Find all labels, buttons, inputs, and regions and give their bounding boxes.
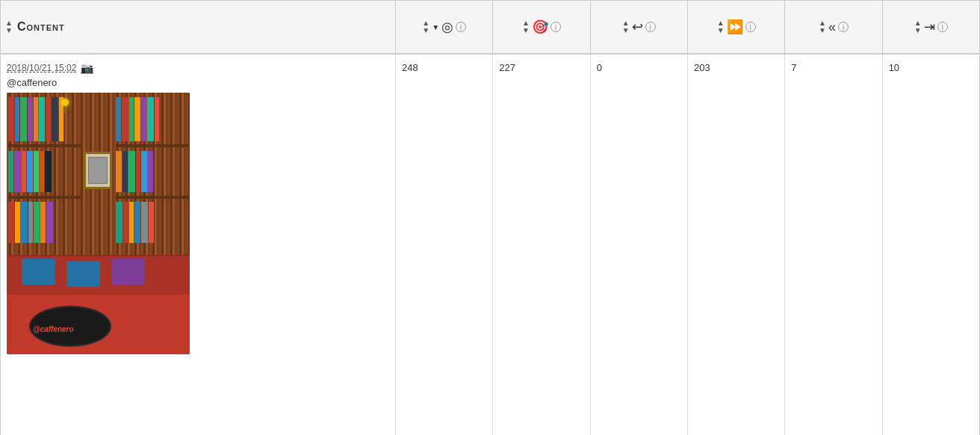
reach-value-cell: 227 bbox=[493, 55, 590, 435]
sofa-area: @caffenero bbox=[7, 255, 190, 354]
main-table: ▲ ▼ Content ▲ ▼ ▼ ◎ i bbox=[0, 0, 980, 435]
exits-icon: ⇥ bbox=[924, 19, 935, 35]
left-shelf bbox=[7, 94, 82, 246]
saves-info[interactable]: i bbox=[838, 22, 849, 32]
impressions-icon-group: ▼ ◎ i bbox=[432, 19, 466, 35]
content-sort-arrows[interactable]: ▲ ▼ bbox=[5, 19, 13, 34]
table-row: 2018/10/21 15:02 📷 @caffenero bbox=[1, 55, 979, 435]
impressions-value-cell: 248 bbox=[396, 55, 493, 435]
shares-icon: ↩ bbox=[632, 19, 643, 35]
books-display bbox=[7, 94, 190, 246]
shares-icon-group: ↩ i bbox=[632, 19, 656, 35]
post-timestamp: 2018/10/21 15:02 📷 bbox=[7, 62, 93, 74]
forwards-icon-group: ⏩ i bbox=[727, 19, 756, 35]
wall-section bbox=[82, 94, 114, 246]
reach-icon-group: 🎯 i bbox=[532, 19, 561, 35]
sort-down-arrow[interactable]: ▼ bbox=[5, 27, 13, 34]
shares-info[interactable]: i bbox=[645, 22, 656, 32]
reach-icon: 🎯 bbox=[532, 19, 548, 35]
forwards-value-cell: 203 bbox=[688, 55, 785, 435]
forwards-info[interactable]: i bbox=[745, 22, 756, 32]
camera-icon: 📷 bbox=[81, 62, 93, 74]
reach-value: 227 bbox=[499, 62, 515, 73]
content-column-header: ▲ ▼ Content bbox=[1, 1, 396, 53]
post-username: @caffenero bbox=[7, 77, 57, 88]
shares-sort[interactable]: ▲ ▼ bbox=[622, 19, 630, 34]
content-column-label: Content bbox=[17, 20, 65, 34]
content-cell: 2018/10/21 15:02 📷 @caffenero bbox=[1, 55, 396, 435]
frame bbox=[84, 152, 112, 189]
saves-icon-group: « i bbox=[828, 19, 849, 35]
cushion-1 bbox=[22, 259, 55, 285]
impressions-info[interactable]: i bbox=[456, 22, 466, 32]
reach-info[interactable]: i bbox=[551, 22, 561, 32]
light-fixture bbox=[59, 99, 71, 114]
forwards-column-header: ▲ ▼ ⏩ i bbox=[688, 1, 785, 53]
reach-sort[interactable]: ▲ ▼ bbox=[522, 19, 530, 34]
image-watermark: @caffenero bbox=[33, 325, 74, 333]
cushion-2 bbox=[66, 261, 100, 287]
exits-value-cell: 10 bbox=[883, 55, 979, 435]
forwards-icon: ⏩ bbox=[727, 19, 743, 35]
eye-icon: ◎ bbox=[441, 19, 453, 35]
header-row: ▲ ▼ Content ▲ ▼ ▼ ◎ i bbox=[1, 1, 979, 55]
saves-value-cell: 7 bbox=[785, 55, 882, 435]
exits-icon-group: ⇥ i bbox=[924, 19, 948, 35]
shares-column-header: ▲ ▼ ↩ i bbox=[591, 1, 688, 53]
forwards-value: 203 bbox=[694, 62, 710, 73]
cushion-3 bbox=[111, 259, 145, 285]
saves-sort[interactable]: ▲ ▼ bbox=[819, 19, 826, 34]
exits-sort[interactable]: ▲ ▼ bbox=[914, 19, 922, 34]
post-image-inner: @caffenero bbox=[7, 93, 190, 354]
shares-value: 0 bbox=[597, 62, 602, 73]
reach-column-header: ▲ ▼ 🎯 i bbox=[493, 1, 590, 53]
saves-column-header: ▲ ▼ « i bbox=[785, 1, 882, 53]
saves-icon: « bbox=[828, 19, 836, 35]
post-image: @caffenero bbox=[7, 93, 190, 354]
impressions-value: 248 bbox=[402, 62, 418, 73]
exits-info[interactable]: i bbox=[937, 22, 948, 32]
saves-value: 7 bbox=[791, 62, 796, 73]
right-shelf bbox=[114, 94, 190, 246]
impressions-sort[interactable]: ▲ ▼ bbox=[422, 19, 429, 34]
impressions-column-header: ▲ ▼ ▼ ◎ i bbox=[396, 1, 493, 53]
forwards-sort[interactable]: ▲ ▼ bbox=[717, 19, 725, 34]
impressions-dropdown[interactable]: ▼ bbox=[432, 23, 439, 31]
shares-value-cell: 0 bbox=[591, 55, 688, 435]
exits-column-header: ▲ ▼ ⇥ i bbox=[883, 1, 979, 53]
exits-value: 10 bbox=[889, 62, 899, 73]
